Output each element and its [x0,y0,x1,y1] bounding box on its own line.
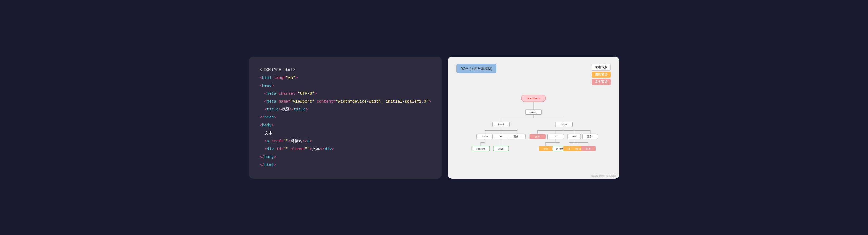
dom-panel: DOM (文档对象模型) 元素节点 属性节点 文本节点 [448,57,619,179]
legend-element: 元素节点 [591,64,611,70]
tree-area: document HTML head body meta title 更多. [456,88,611,171]
tree-svg: document HTML head body meta title 更多. [456,88,611,171]
code-line: <!DOCTYPE html> [260,66,431,74]
code-panel: <!DOCTYPE html><html lang="en"><head> <m… [249,57,441,179]
main-container: <!DOCTYPE html><html lang="en"><head> <m… [249,57,619,179]
code-line: <title>标题</title> [260,106,431,114]
head-label: head [498,123,504,126]
code-line: <html lang="en"> [260,74,431,82]
document-label: document [527,96,540,100]
body-label: body [561,123,567,126]
code-line: <meta charset="UTF-8"> [260,90,431,98]
code-line: </html> [260,161,431,169]
href-label: href [543,147,548,150]
dom-header: DOM (文档对象模型) 元素节点 属性节点 文本节点 [456,64,611,85]
legend-text-node: 文本节点 [592,79,611,85]
wenben-label: 文本 [586,147,591,150]
html-label: HTML [530,111,537,114]
code-line: <a href="">链接名</a> [260,138,431,145]
biaoti-label: 标题 [498,147,504,150]
code-line: <div id="" class="">文本</div> [260,145,431,153]
content-label: content [476,147,485,150]
div-label: div [572,135,576,138]
code-line: <head> [260,82,431,90]
id-label: id [568,147,570,150]
code-block: <!DOCTYPE html><html lang="en"><head> <m… [260,66,431,169]
more2-label: 更多... [587,135,594,138]
code-line: 文本 [260,129,431,138]
watermark: CSDN @m9_73450235 [591,174,616,177]
more1-label: 更多... [514,135,521,138]
code-line: </body> [260,153,431,161]
code-line: <body> [260,122,431,129]
a-label: a [555,135,556,138]
legend-attr: 属性节点 [592,71,611,78]
title-label: title [499,135,503,138]
code-line: </head> [260,114,431,122]
code-line: <meta name="viewport" content="width=dev… [260,98,431,106]
lianjie-label: 链接名 [555,147,564,150]
text-body-label: 文本 [535,135,540,138]
class-label: class [575,147,581,150]
dom-label: DOM (文档对象模型) [456,64,497,74]
meta-label: meta [482,135,488,138]
legend: 元素节点 属性节点 文本节点 [591,64,611,85]
